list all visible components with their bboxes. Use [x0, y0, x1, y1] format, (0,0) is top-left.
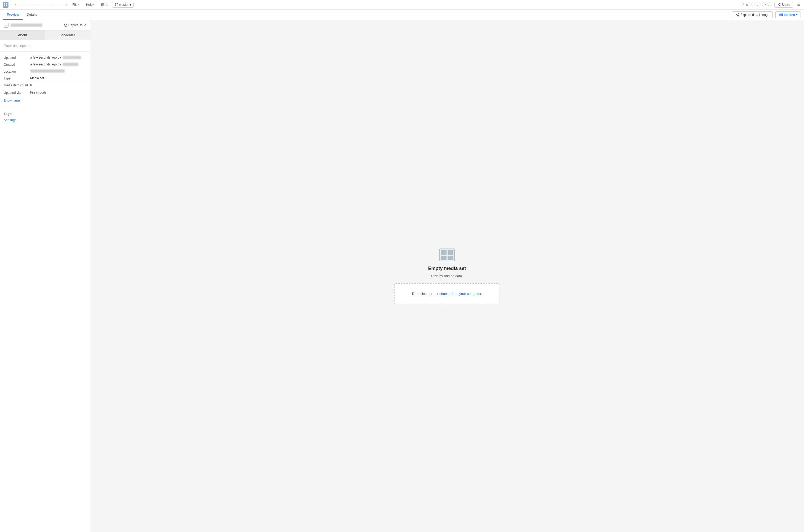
updated-via-label: Updated via: [4, 91, 30, 95]
meta-row-type: Type Media set: [4, 75, 86, 82]
check-status[interactable]: ✓ 7: [751, 2, 761, 7]
svg-rect-3: [6, 5, 7, 6]
media-set-icon: [439, 248, 455, 262]
created-label: Created: [4, 62, 30, 66]
svg-point-12: [738, 13, 738, 14]
check-icon: ✓: [754, 3, 756, 6]
content-layout: Report issue About Schedules Enter descr…: [0, 20, 804, 532]
sub-nav-actions: Explore data lineage All actions ▾: [732, 12, 801, 18]
empty-media-title: Empty media set: [428, 266, 466, 271]
svg-point-13: [738, 15, 738, 16]
svg-point-6: [117, 3, 117, 4]
svg-point-5: [115, 3, 115, 4]
meta-row-location: Location: [4, 68, 86, 75]
created-user: [62, 63, 78, 66]
share-button[interactable]: Share: [774, 2, 793, 8]
updated-via-value: File imports: [30, 91, 86, 94]
created-value: a few seconds ago by: [30, 62, 86, 66]
breadcrumb-sep: ›: [15, 3, 16, 7]
top-bar-right: ↻ 0 ✓ 7 ✕ 0 Share ≡: [741, 2, 801, 8]
breadcrumb: ··· › ··································…: [11, 3, 62, 7]
refresh-icon: ↻: [743, 3, 745, 6]
location-value: [30, 70, 86, 73]
left-panel: Report issue About Schedules Enter descr…: [0, 20, 90, 532]
media-count-value: 0: [30, 83, 86, 87]
svg-rect-25: [448, 256, 453, 260]
updated-value: a few seconds ago by: [30, 56, 86, 59]
type-value: Media set: [30, 76, 86, 80]
updated-label: Updated: [4, 56, 30, 60]
hamburger-menu[interactable]: ≡: [796, 2, 801, 8]
svg-point-8: [778, 4, 779, 5]
svg-rect-17: [6, 25, 8, 27]
drop-zone-text: Drop files here or: [412, 292, 440, 296]
description-placeholder[interactable]: Enter description...: [4, 44, 32, 48]
svg-point-9: [779, 3, 780, 4]
tags-section: Tags Add tags: [0, 108, 90, 126]
file-menu[interactable]: File ▾: [70, 2, 81, 8]
branch-selector[interactable]: master ▾: [112, 2, 134, 8]
panel-header: Report issue: [0, 20, 90, 31]
sub-nav-tabs: Preview Details: [3, 10, 41, 20]
location-blurred: [30, 70, 65, 73]
meta-row-media-count: Media item count 0: [4, 82, 86, 89]
svg-point-10: [779, 5, 780, 6]
panel-title: [11, 23, 42, 27]
meta-table: Updated a few seconds ago by Created a f…: [0, 52, 90, 108]
add-tags-link[interactable]: Add tags: [4, 118, 16, 122]
explore-lineage-button[interactable]: Explore data lineage: [732, 12, 773, 18]
choose-from-computer-link[interactable]: choose from your computer.: [440, 292, 482, 296]
meta-row-created: Created a few seconds ago by: [4, 61, 86, 68]
svg-rect-2: [4, 5, 5, 6]
panel-header-left: [4, 23, 42, 27]
svg-rect-0: [4, 3, 5, 4]
description-area[interactable]: Enter description...: [0, 40, 90, 52]
svg-rect-16: [4, 25, 6, 27]
svg-rect-14: [4, 23, 6, 25]
show-more-link[interactable]: Show more: [4, 98, 20, 103]
inner-tabs: About Schedules: [0, 31, 90, 40]
svg-point-4: [101, 3, 104, 4]
svg-point-20: [66, 26, 66, 26]
tab-preview[interactable]: Preview: [3, 10, 23, 20]
lineage-icon: [735, 13, 739, 17]
report-issue-icon: [64, 23, 67, 27]
breadcrumb-part1: ···: [11, 3, 13, 7]
report-issue-button[interactable]: Report issue: [64, 23, 86, 27]
svg-rect-22: [441, 250, 447, 254]
panel-icon: [4, 23, 8, 27]
star-icon[interactable]: ☆: [65, 3, 68, 7]
refresh-status[interactable]: ↻ 0: [741, 2, 750, 7]
status-pills: ↻ 0 ✓ 7 ✕ 0: [741, 2, 771, 7]
sub-nav: Preview Details Explore data lineage All…: [0, 10, 804, 20]
breadcrumb-part2: ········································…: [18, 3, 62, 7]
meta-row-updated: Updated a few seconds ago by: [4, 54, 86, 61]
help-menu[interactable]: Help ▾: [84, 2, 97, 8]
tags-title: Tags: [4, 112, 86, 116]
svg-rect-23: [448, 250, 453, 254]
x-icon: ✕: [765, 3, 767, 6]
top-bar: ··· › ··································…: [0, 0, 804, 10]
updated-user: [62, 56, 81, 59]
empty-state: Empty media set Start by adding data. Dr…: [394, 248, 500, 304]
svg-rect-24: [441, 256, 447, 260]
right-panel: Empty media set Start by adding data. Dr…: [90, 20, 804, 532]
tab-schedules[interactable]: Schedules: [45, 31, 90, 40]
type-label: Type: [4, 76, 30, 80]
database-menu[interactable]: 1: [99, 2, 110, 8]
all-actions-button[interactable]: All actions ▾: [775, 12, 801, 18]
drop-zone[interactable]: Drop files here or choose from your comp…: [394, 283, 500, 304]
svg-rect-15: [6, 23, 8, 25]
svg-point-11: [736, 14, 736, 15]
app-icon: [3, 2, 8, 8]
tab-about[interactable]: About: [0, 31, 45, 40]
top-bar-left: ··· › ··································…: [3, 2, 134, 8]
chevron-down-icon: ▾: [796, 13, 797, 16]
media-count-label: Media item count: [4, 83, 30, 88]
error-status[interactable]: ✕ 0: [762, 2, 772, 7]
tab-details[interactable]: Details: [23, 10, 41, 20]
location-label: Location: [4, 70, 30, 73]
svg-rect-1: [6, 3, 7, 4]
meta-row-updated-via: Updated via File imports: [4, 89, 86, 96]
empty-media-subtitle: Start by adding data.: [431, 274, 463, 278]
